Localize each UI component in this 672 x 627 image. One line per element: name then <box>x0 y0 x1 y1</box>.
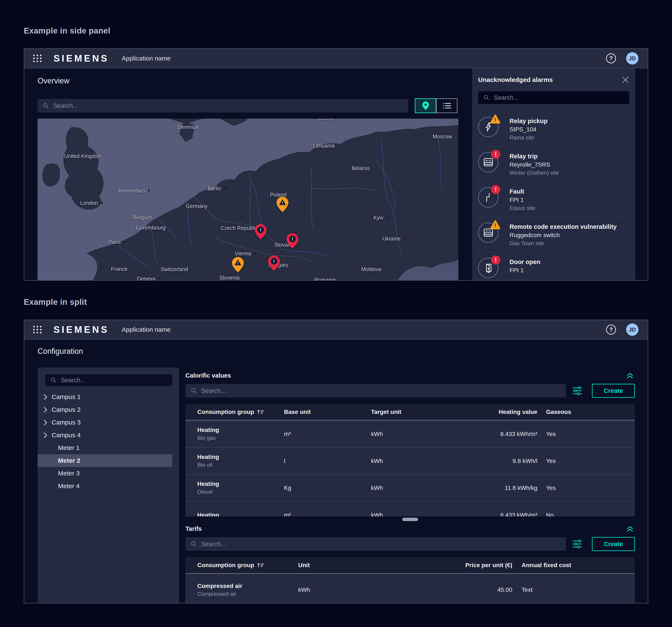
alarm-list-item[interactable]: ! Door open FPI 1 <box>478 252 629 280</box>
close-icon[interactable] <box>622 76 629 84</box>
help-icon[interactable]: ? <box>606 324 616 335</box>
alarm-severity-badge: ! <box>490 114 501 124</box>
column-header-consumption-group[interactable]: Consumption group <box>197 408 284 416</box>
sort-ascending-icon <box>257 409 264 415</box>
city-dot <box>387 217 388 219</box>
svg-text:?: ? <box>609 55 613 61</box>
app-bar: SIEMENS Application name ? JD <box>24 49 648 68</box>
cell-heating-value: 6.433 kWh/m³ <box>495 512 537 517</box>
calorific-table: Consumption group Base unit Target unit … <box>186 404 635 517</box>
column-header-annual-fixed-cost[interactable]: Annual fixed cost <box>512 562 628 569</box>
table-row[interactable]: HeatingBio gas m³ kWh 6.433 kWh/m³ Yes <box>186 421 635 448</box>
tree-item-label: Campus 2 <box>52 406 81 413</box>
alarm-device-icon: ! <box>478 117 499 137</box>
alarms-search-input[interactable] <box>494 94 624 101</box>
critical-circle-icon: ! <box>491 185 501 195</box>
window-configuration: SIEMENS Application name ? JD Configurat… <box>24 320 648 603</box>
cell-target-unit: kWh <box>371 431 495 437</box>
app-launcher-icon[interactable] <box>33 325 43 334</box>
column-header-price-per-unit[interactable]: Price per unit (€) <box>417 562 512 569</box>
tree-item-meter-1[interactable]: Meter 1 <box>38 442 172 454</box>
map-label: London <box>80 200 102 206</box>
cell-gaseous: Yes <box>537 484 628 492</box>
column-header-consumption-group[interactable]: Consumption group <box>197 562 298 569</box>
alarm-site: Rama site <box>509 134 548 141</box>
map-view-button[interactable] <box>415 98 436 113</box>
filter-icon[interactable] <box>572 539 582 549</box>
tree-item-meter-3[interactable]: Meter 3 <box>38 467 172 480</box>
map-label: France <box>111 266 127 272</box>
scrollbar-thumb[interactable] <box>402 518 418 521</box>
tree-search-input[interactable] <box>61 377 167 384</box>
alarm-list: ! Relay pickup SIPS_104 Rama site ! Rela… <box>478 111 629 280</box>
table-row[interactable]: HeatingDiesel Kg kWh 11.8 kWh/kg Yes <box>186 475 635 502</box>
column-header-gaseous[interactable]: Gaseous <box>537 408 628 416</box>
calorific-search[interactable] <box>186 384 566 398</box>
alarm-severity-badge: ! <box>491 149 501 159</box>
calorific-search-input[interactable] <box>201 387 561 394</box>
map-pin-critical[interactable]: ! <box>287 233 298 249</box>
svg-text:!: ! <box>495 186 497 193</box>
overview-search[interactable] <box>38 99 408 112</box>
alarm-list-item[interactable]: ! Relay pickup SIPS_104 Rama site <box>478 111 629 147</box>
column-header-base-unit[interactable]: Base unit <box>284 408 371 416</box>
warning-triangle-icon: ! <box>490 114 501 124</box>
city-dot <box>101 202 103 204</box>
cell-gaseous: No <box>537 512 628 517</box>
tree-item-label: Meter 3 <box>58 470 80 477</box>
column-header-target-unit[interactable]: Target unit <box>371 408 495 416</box>
collapse-section-icon[interactable] <box>626 526 633 532</box>
chevron-right-icon <box>44 407 47 412</box>
user-avatar[interactable]: JD <box>626 52 639 65</box>
collapse-section-icon[interactable] <box>626 372 633 379</box>
critical-circle-icon: ! <box>491 255 501 265</box>
tree-item-campus-3[interactable]: Campus 3 <box>38 416 172 429</box>
column-header-unit[interactable]: Unit <box>298 562 417 569</box>
tree-item-meter-2[interactable]: Meter 2 <box>38 454 172 467</box>
view-toggle <box>415 98 457 113</box>
sites-map[interactable]: LatviaDenmarkMoscowLithuaniaUnited Kingd… <box>38 119 458 280</box>
tree-item-campus-1[interactable]: Campus 1 <box>38 391 172 403</box>
map-pin-critical[interactable]: ! <box>268 255 280 271</box>
tarifs-search[interactable] <box>186 537 566 551</box>
overview-search-input[interactable] <box>53 102 403 109</box>
alarm-site: Gas Town site <box>509 240 617 247</box>
tarifs-create-button[interactable]: Create <box>592 537 635 551</box>
alarm-severity-badge: ! <box>490 220 501 230</box>
tree-item-meter-4[interactable]: Meter 4 <box>38 480 172 493</box>
siemens-logo: SIEMENS <box>53 324 109 335</box>
table-row[interactable]: Compressed airCompressed air kWh 45.00 T… <box>186 574 635 603</box>
app-bar: SIEMENS Application name ? JD <box>24 320 648 340</box>
table-row[interactable]: Heating m³ kWh 6.433 kWh/m³ No <box>186 502 635 517</box>
table-row[interactable]: HeatingBio oil l kWh 9.8 kWh/l Yes <box>186 448 635 475</box>
app-launcher-icon[interactable] <box>33 54 43 62</box>
tree-item-campus-2[interactable]: Campus 2 <box>38 403 172 416</box>
cell-base-unit: l <box>284 458 371 465</box>
alarm-list-item[interactable]: ! Fault FPI 1 Equus site <box>478 182 629 217</box>
tarifs-search-input[interactable] <box>201 541 561 548</box>
alarm-list-item[interactable]: ! Relay trip Reyrolle_7SRS Winter (Gethe… <box>478 147 629 182</box>
cell-consumption-group: Heating <box>197 454 284 460</box>
tree-item-campus-4[interactable]: Campus 4 <box>38 429 172 442</box>
column-header-heating-value[interactable]: Heating value <box>495 408 537 416</box>
calorific-create-button[interactable]: Create <box>592 384 635 398</box>
help-icon[interactable]: ? <box>606 53 616 64</box>
filter-icon[interactable] <box>572 385 582 396</box>
cell-gaseous: Yes <box>537 458 628 465</box>
list-view-button[interactable] <box>436 98 457 113</box>
cell-base-unit: Kg <box>284 484 371 492</box>
map-label: Romania <box>314 277 336 280</box>
critical-circle-icon: ! <box>491 149 501 159</box>
alarm-list-item[interactable]: ! Remote code execution vulnerability Ru… <box>478 217 629 252</box>
alarm-device: FPI 1 <box>509 267 540 274</box>
alarms-search[interactable] <box>478 91 629 104</box>
map-pin-warning[interactable]: ! <box>277 196 288 212</box>
cell-heating-value: 9.8 kWh/l <box>495 458 537 465</box>
map-pin-warning[interactable]: ! <box>232 257 244 273</box>
cell-target-unit: kWh <box>371 512 495 517</box>
svg-text:!: ! <box>260 227 261 232</box>
map-label: Kyiv <box>374 215 388 221</box>
tree-search[interactable] <box>45 374 172 386</box>
user-avatar[interactable]: JD <box>626 324 639 336</box>
map-pin-critical[interactable]: ! <box>255 224 267 240</box>
